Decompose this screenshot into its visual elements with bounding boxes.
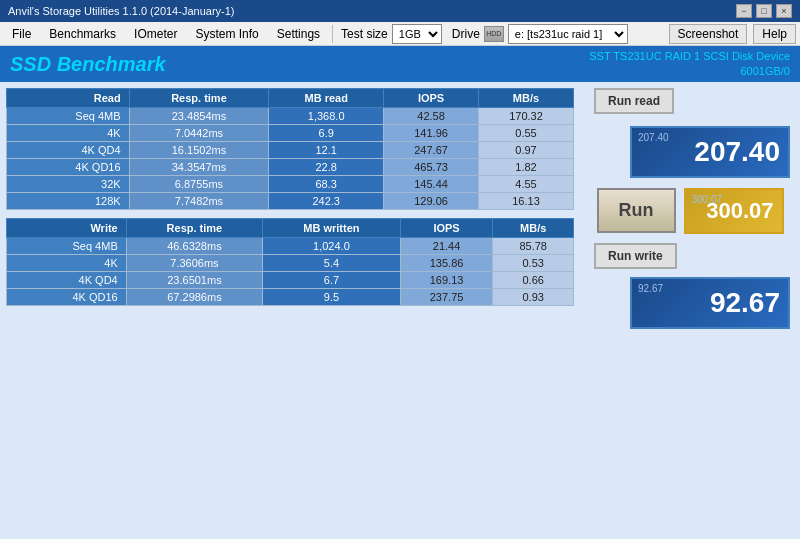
app-title: Anvil's Storage Utilities 1.1.0 (2014-Ja…: [8, 5, 234, 17]
menu-benchmarks[interactable]: Benchmarks: [41, 23, 124, 45]
read-table-row: 4K QD16 34.3547ms 22.8 465.73 1.82: [7, 159, 574, 176]
drive-select[interactable]: e: [ts231uc raid 1]: [508, 24, 628, 44]
read-score-large: 207.40: [694, 138, 780, 166]
write-mb: 1,024.0: [263, 238, 401, 255]
run-button[interactable]: Run: [597, 188, 676, 233]
read-iops: 42.58: [384, 108, 479, 125]
screenshot-button[interactable]: Screenshot: [669, 24, 748, 44]
read-resp-time: 34.3547ms: [129, 159, 269, 176]
drive-icon: HDD: [484, 26, 504, 42]
read-table-row: Seq 4MB 23.4854ms 1,368.0 42.58 170.32: [7, 108, 574, 125]
read-header-resp: Resp. time: [129, 89, 269, 108]
read-resp-time: 6.8755ms: [129, 176, 269, 193]
write-row-label: 4K QD4: [7, 272, 127, 289]
read-mbs: 0.97: [479, 142, 574, 159]
ssd-benchmark-header: SSD Benchmark SST TS231UC RAID 1 SCSI Di…: [0, 46, 800, 82]
benchmark-panel: Read Resp. time MB read IOPS MB/s Seq 4M…: [0, 82, 580, 539]
read-resp-time: 16.1502ms: [129, 142, 269, 159]
write-iops: 21.44: [400, 238, 493, 255]
run-score-box: 300.07 300.07: [684, 188, 784, 234]
read-iops: 247.67: [384, 142, 479, 159]
read-resp-time: 7.7482ms: [129, 193, 269, 210]
write-mbs: 0.66: [493, 272, 574, 289]
read-table: Read Resp. time MB read IOPS MB/s Seq 4M…: [6, 88, 574, 210]
write-table-row: 4K 7.3606ms 5.4 135.86 0.53: [7, 255, 574, 272]
write-resp-time: 46.6328ms: [126, 238, 262, 255]
menu-settings[interactable]: Settings: [269, 23, 328, 45]
read-score-box: 207.40 207.40: [630, 126, 790, 178]
write-resp-time: 67.2986ms: [126, 289, 262, 306]
right-panel: Run read 207.40 207.40 Run 300.07 300.07…: [580, 82, 800, 539]
read-mb: 242.3: [269, 193, 384, 210]
write-row-label: 4K QD16: [7, 289, 127, 306]
read-mbs: 1.82: [479, 159, 574, 176]
write-header-label: Write: [7, 219, 127, 238]
write-iops: 237.75: [400, 289, 493, 306]
run-write-button[interactable]: Run write: [594, 243, 677, 269]
device-name: SST TS231UC RAID 1 SCSI Disk Device: [589, 49, 790, 64]
write-header-mbs: MB/s: [493, 219, 574, 238]
write-mbs: 85.78: [493, 238, 574, 255]
read-row-label: 4K: [7, 125, 130, 142]
menu-file[interactable]: File: [4, 23, 39, 45]
write-iops: 135.86: [400, 255, 493, 272]
read-mb: 1,368.0: [269, 108, 384, 125]
device-size: 6001GB/0: [589, 64, 790, 79]
read-table-row: 4K 7.0442ms 6.9 141.96 0.55: [7, 125, 574, 142]
write-table-row: 4K QD16 67.2986ms 9.5 237.75 0.93: [7, 289, 574, 306]
write-header-mb: MB written: [263, 219, 401, 238]
write-resp-time: 23.6501ms: [126, 272, 262, 289]
read-table-row: 4K QD4 16.1502ms 12.1 247.67 0.97: [7, 142, 574, 159]
write-row-label: 4K: [7, 255, 127, 272]
menu-bar: File Benchmarks IOmeter System Info Sett…: [0, 22, 800, 46]
read-mbs: 4.55: [479, 176, 574, 193]
read-iops: 141.96: [384, 125, 479, 142]
read-header-mbs: MB/s: [479, 89, 574, 108]
test-size-select[interactable]: 1GB: [392, 24, 442, 44]
close-button[interactable]: ×: [776, 4, 792, 18]
drive-group: Drive HDD e: [ts231uc raid 1]: [452, 24, 628, 44]
read-resp-time: 7.0442ms: [129, 125, 269, 142]
menu-sysinfo[interactable]: System Info: [187, 23, 266, 45]
menu-iometer[interactable]: IOmeter: [126, 23, 185, 45]
write-header-iops: IOPS: [400, 219, 493, 238]
read-row-label: 32K: [7, 176, 130, 193]
read-header-label: Read: [7, 89, 130, 108]
run-read-button[interactable]: Run read: [594, 88, 674, 114]
drive-label: Drive: [452, 27, 480, 41]
write-iops: 169.13: [400, 272, 493, 289]
read-score-small: 207.40: [638, 132, 669, 143]
run-score-small: 300.07: [692, 194, 723, 205]
write-mb: 5.4: [263, 255, 401, 272]
title-bar: Anvil's Storage Utilities 1.1.0 (2014-Ja…: [0, 0, 800, 22]
write-row-label: Seq 4MB: [7, 238, 127, 255]
help-button[interactable]: Help: [753, 24, 796, 44]
maximize-button[interactable]: □: [756, 4, 772, 18]
write-table: Write Resp. time MB written IOPS MB/s Se…: [6, 218, 574, 306]
read-header-iops: IOPS: [384, 89, 479, 108]
read-row-label: 4K QD4: [7, 142, 130, 159]
write-mb: 6.7: [263, 272, 401, 289]
read-mb: 68.3: [269, 176, 384, 193]
read-row-label: 4K QD16: [7, 159, 130, 176]
read-iops: 129.06: [384, 193, 479, 210]
write-table-row: 4K QD4 23.6501ms 6.7 169.13 0.66: [7, 272, 574, 289]
read-header-mb: MB read: [269, 89, 384, 108]
write-score-small: 92.67: [638, 283, 663, 294]
read-table-row: 32K 6.8755ms 68.3 145.44 4.55: [7, 176, 574, 193]
write-mbs: 0.93: [493, 289, 574, 306]
read-mbs: 16.13: [479, 193, 574, 210]
ssd-title: SSD Benchmark: [10, 53, 166, 76]
read-mbs: 170.32: [479, 108, 574, 125]
read-iops: 465.73: [384, 159, 479, 176]
read-row-label: 128K: [7, 193, 130, 210]
test-size-group: Test size 1GB: [341, 24, 442, 44]
minimize-button[interactable]: −: [736, 4, 752, 18]
write-score-large: 92.67: [710, 289, 780, 317]
read-iops: 145.44: [384, 176, 479, 193]
read-score-row: Run read: [586, 88, 794, 114]
write-mb: 9.5: [263, 289, 401, 306]
read-mb: 22.8: [269, 159, 384, 176]
write-resp-time: 7.3606ms: [126, 255, 262, 272]
write-score-row: Run write: [586, 243, 794, 269]
